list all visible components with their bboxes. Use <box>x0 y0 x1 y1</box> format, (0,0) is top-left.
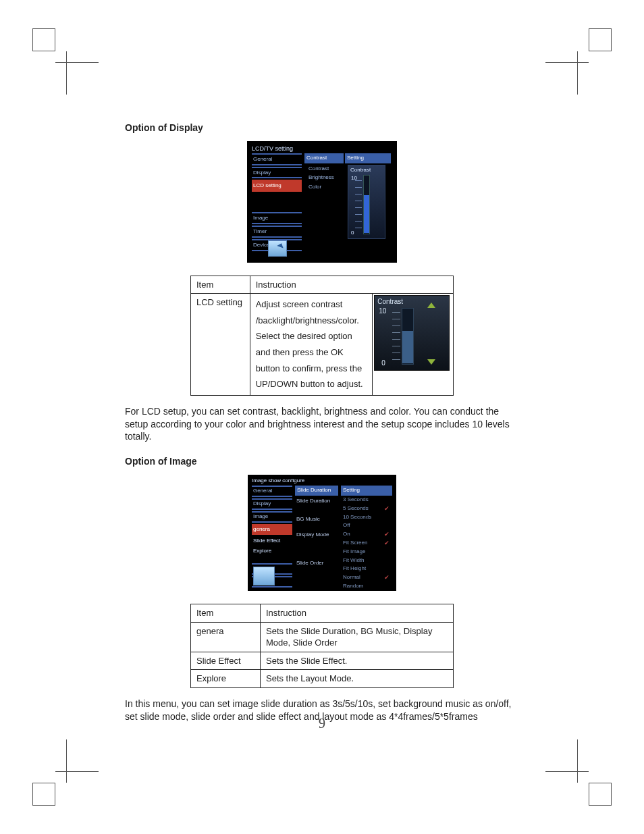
table1-item: LCD setting <box>191 294 250 395</box>
table-row: Item Instruction <box>191 604 454 623</box>
osd1-tab-image: Image <box>252 212 302 224</box>
osd2-tab-image: Image <box>252 511 292 523</box>
osd2-sub-slide-effect: Slide Effect <box>252 536 292 546</box>
osd2-opt-fit-screen: Fit Screen <box>341 539 392 548</box>
osd1-meter-min: 0 <box>351 230 354 237</box>
table1-line: and then press the OK <box>256 344 367 361</box>
meter-sm-max: 10 <box>379 307 386 316</box>
table-image-options: Item Instruction genera Sets the Slide D… <box>190 604 454 688</box>
osd2-mid-slide-duration: Slide Duration <box>295 496 338 509</box>
table-lcd-setting: Item Instruction LCD setting Adjust scre… <box>190 276 454 396</box>
osd1-col2-contrast: Contrast <box>304 163 344 173</box>
table2-r1c1: genera <box>191 622 261 652</box>
osd2-opt-bg-on: On <box>341 530 392 539</box>
osd1-col3: Setting <box>345 153 391 163</box>
osd2-opt-order-normal: Normal <box>341 573 392 582</box>
osd2-mid-col: Slide Duration Slide Duration BG Music D… <box>295 486 338 571</box>
table2-h1: Item <box>191 604 261 623</box>
osd2-mid-bg-music: BG Music <box>295 509 338 527</box>
meter-sm-label: Contrast <box>377 297 403 307</box>
table2-r2c1: Slide Effect <box>191 652 261 670</box>
arrow-up-icon <box>427 303 435 308</box>
meter-sm-min: 0 <box>381 359 385 368</box>
table1-line: Adjust screen contrast <box>256 296 367 313</box>
table-row: Item Instruction <box>191 276 454 294</box>
osd1-tab-timer: Timer <box>252 226 302 238</box>
osd1-tab-lcd-setting: LCD setting <box>252 180 302 192</box>
page: Option of Display LCD/TV setting General… <box>0 0 644 834</box>
osd2-opt-fit-image: Fit Image <box>341 548 392 556</box>
osd2-tab-genera: genera <box>252 524 292 536</box>
heading-option-of-image: Option of Image <box>125 455 519 468</box>
osd2-opt-fit-width: Fit Width <box>341 556 392 565</box>
osd2-title: Image show configure <box>252 477 304 485</box>
table1-line: UP/DOWN button to adjust. <box>256 376 367 392</box>
osd2-opt-3s: 3 Seconds <box>341 496 392 504</box>
osd1-tabs: General Display LCD setting Image Timer … <box>252 153 302 253</box>
osd2-mid-slide-order: Slide Order <box>295 542 338 571</box>
figure-lcd-tv-setting: LCD/TV setting General Display LCD setti… <box>247 141 397 263</box>
osd2-setting-col: Setting 3 Seconds 5 Seconds 10 Seconds O… <box>341 486 392 591</box>
osd1-meter-max: 10 <box>351 175 357 182</box>
osd1-col2-color: Color <box>304 182 344 191</box>
page-number: 9 <box>0 714 644 733</box>
osd2-mid-display-mode: Display Mode <box>295 527 338 543</box>
table1-h2: Instruction <box>250 276 453 294</box>
heading-option-of-display: Option of Display <box>125 122 519 134</box>
table-row: genera Sets the Slide Duration, BG Music… <box>191 622 454 652</box>
table2-r2c2: Sets the Slide Effect. <box>261 652 454 670</box>
figure-image-show-configure: Image show configure General Display Ima… <box>248 475 396 591</box>
table1-line: Select the desired option <box>256 328 367 344</box>
table-row: LCD setting Adjust screen contrast /back… <box>191 294 454 395</box>
osd2-opt-bg-off: Off <box>341 521 392 530</box>
osd1-meter-label: Contrast <box>350 167 371 174</box>
table1-line: /backlight/brightness/color. <box>256 313 367 329</box>
table1-line: button to confirm, press the <box>256 361 367 377</box>
osd2-opt-10s: 10 Seconds <box>341 513 392 522</box>
osd1-title: LCD/TV setting <box>252 145 293 153</box>
osd2-sub-explore: Explore <box>252 546 292 556</box>
osd1-tab-display: Display <box>252 167 302 179</box>
table2-r1c2: Sets the Slide Duration, BG Music, Displ… <box>261 622 454 652</box>
table-row: Slide Effect Sets the Slide Effect. <box>191 652 454 670</box>
osd2-mid-header: Slide Duration <box>295 486 338 496</box>
osd1-thumbnail-icon <box>268 240 287 257</box>
osd2-opt-5s: 5 Seconds <box>341 504 392 513</box>
osd1-tab-general: General <box>252 153 302 165</box>
table2-h2: Instruction <box>261 604 454 623</box>
osd2-opt-fit-height: Fit Height <box>341 565 392 573</box>
osd1-col2-header: Contrast <box>304 153 344 163</box>
table2-r3c2: Sets the Layout Mode. <box>261 670 454 688</box>
osd1-meter: Contrast 10 0 <box>348 165 385 239</box>
table1-h1: Item <box>191 276 250 294</box>
paragraph-lcd-setup: For LCD setup, you can set contrast, bac… <box>125 405 519 444</box>
table1-meter-cell: Contrast 10 0 <box>373 294 454 395</box>
arrow-down-icon <box>427 359 435 365</box>
table-row: Explore Sets the Layout Mode. <box>191 670 454 688</box>
osd1-col3-header: Setting <box>345 153 391 163</box>
table2-r3c1: Explore <box>191 670 261 688</box>
osd1-col2: Contrast Contrast Brightness Color <box>304 153 344 191</box>
osd2-tab-display: Display <box>252 498 292 510</box>
osd2-opt-order-random: Random <box>341 582 392 591</box>
osd2-tab-general: General <box>252 486 292 497</box>
osd2-thumbnail-icon <box>253 567 275 585</box>
table1-instruction: Adjust screen contrast /backlight/bright… <box>250 294 373 395</box>
osd2-setting-header: Setting <box>341 486 392 496</box>
contrast-meter-image: Contrast 10 0 <box>374 295 450 371</box>
crop-mark-top-right <box>589 28 612 51</box>
osd1-col2-brightness: Brightness <box>304 172 344 182</box>
crop-mark-top-left <box>32 28 55 51</box>
